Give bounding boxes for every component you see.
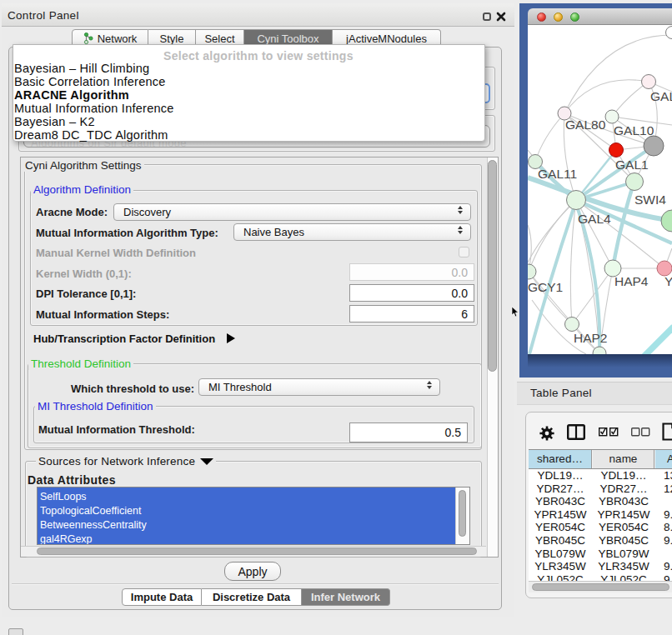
- svg-text:HAP2: HAP2: [574, 331, 608, 345]
- svg-text:Y: Y: [664, 274, 672, 288]
- svg-text:GCY1: GCY1: [528, 280, 563, 294]
- svg-text:SWI4: SWI4: [634, 192, 666, 207]
- svg-text:GAL10: GAL10: [614, 123, 654, 138]
- svg-text:GAL: GAL: [650, 89, 672, 103]
- svg-text:GAL11: GAL11: [538, 167, 577, 181]
- svg-text:GAL4: GAL4: [578, 212, 611, 226]
- svg-text:GAL80: GAL80: [565, 118, 606, 132]
- svg-text:HAP4: HAP4: [614, 274, 649, 288]
- svg-text:GAL1: GAL1: [615, 158, 649, 172]
